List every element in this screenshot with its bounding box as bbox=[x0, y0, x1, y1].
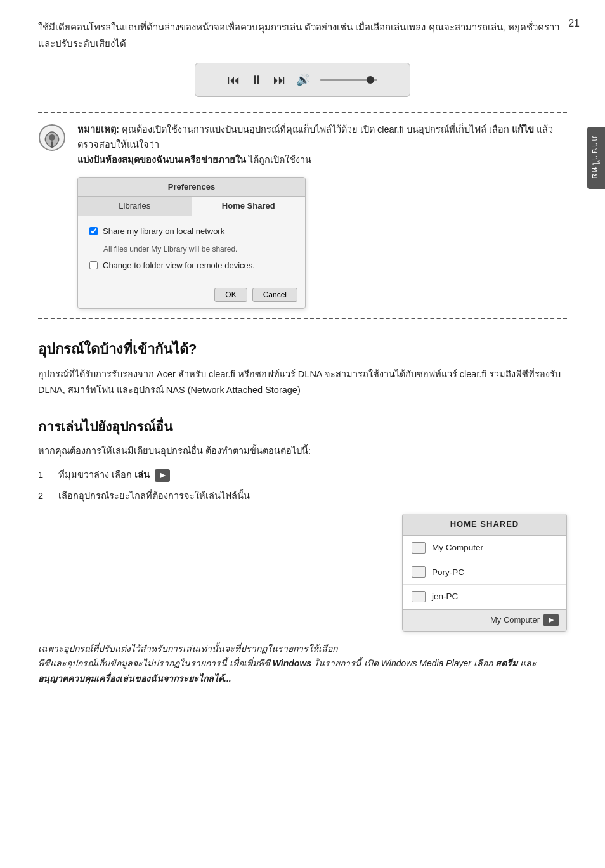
italic-note: เฉพาะอุปกรณ์ที่ปรับแต่งไว้สำหรับการเล่นเ… bbox=[38, 642, 567, 687]
hs-header: HOME SHARED bbox=[403, 514, 566, 536]
page-number: 21 bbox=[568, 15, 580, 32]
tab-libraries[interactable]: Libraries bbox=[78, 197, 192, 216]
ok-button[interactable]: OK bbox=[214, 288, 247, 302]
hs-item-my-computer[interactable]: My Computer bbox=[403, 536, 566, 560]
prev-button[interactable]: ⏮ bbox=[228, 70, 240, 90]
list-num-2: 2 bbox=[38, 489, 49, 503]
hs-item-jen[interactable]: jen-PC bbox=[403, 585, 566, 609]
note-bold1: แก้ไข bbox=[512, 124, 534, 134]
numbered-list: 1 ที่มุมขวาล่าง เลือก เล่น ▶ 2 เลือกอุปก… bbox=[38, 468, 567, 503]
cancel-button[interactable]: Cancel bbox=[252, 288, 297, 302]
list-item: 1 ที่มุมขวาล่าง เลือก เล่น ▶ bbox=[38, 468, 567, 483]
note-text1: คุณต้องเปิดใช้งานการแบ่งปันบนอุปกรณ์ที่ค… bbox=[119, 124, 512, 134]
pref-body: Share my library on local network All fi… bbox=[78, 216, 305, 284]
volume-icon: 🔊 bbox=[296, 71, 310, 89]
side-tab: ภาษาไทย bbox=[587, 127, 605, 189]
hs-item-label: Pory-PC bbox=[432, 566, 464, 580]
note-text3: ได้ถูกเปิดใช้งาน bbox=[246, 155, 311, 165]
hs-item-pory[interactable]: Pory-PC bbox=[403, 560, 566, 585]
home-shared-menu: HOME SHARED My Computer Pory-PC jen-PC M… bbox=[402, 514, 567, 631]
italic-bold1: สตรีม bbox=[495, 658, 517, 668]
italic-line3-mid: และ bbox=[517, 658, 537, 668]
hs-footer-label: My Computer bbox=[490, 614, 540, 627]
section1-para: อุปกรณ์ที่ได้รับการรับรองจาก Acer สำหรับ… bbox=[38, 366, 567, 398]
share-checkbox[interactable] bbox=[89, 227, 98, 235]
share-label: Share my library on local network bbox=[103, 225, 224, 238]
play-inline-icon: ▶ bbox=[155, 469, 170, 482]
pref-title: Preferences bbox=[78, 178, 305, 197]
pref-row-share: Share my library on local network bbox=[89, 225, 294, 238]
section2-para: หากคุณต้องการให้เล่นมีเดียบนอุปกรณ์อื่น … bbox=[38, 443, 567, 459]
intro-text: ใช้มีเดียคอนโทรลในแถบที่ด้านล่างของหน้าจ… bbox=[38, 19, 567, 51]
italic-line2-end: ในรายการนี้ เปิด Windows Media Player เล… bbox=[311, 658, 495, 668]
italic-line2-start: พีซีและอุปกรณ์เก็บข้อมูลจะไม่ปรากฏในรายก… bbox=[38, 658, 273, 668]
pref-footer: OK Cancel bbox=[78, 284, 305, 308]
computer-icon bbox=[412, 542, 426, 554]
list-item-2-text: เลือกอุปกรณ์ระยะไกลที่ต้องการจะให้เล่นไฟ… bbox=[58, 489, 250, 503]
next-button[interactable]: ⏭ bbox=[273, 70, 286, 90]
list-num-1: 1 bbox=[38, 468, 49, 483]
hs-footer: My Computer ▶ bbox=[403, 609, 566, 631]
list-item-1-text: ที่มุมขวาล่าง เลือก เล่น ▶ bbox=[58, 468, 170, 483]
hs-item-label: My Computer bbox=[432, 541, 483, 555]
list-item-1-bold: เล่น bbox=[134, 470, 150, 480]
share-sub: All files under My Library will be share… bbox=[103, 243, 294, 256]
italic-line1: เฉพาะอุปกรณ์ที่ปรับแต่งไว้สำหรับการเล่นเ… bbox=[38, 644, 337, 654]
media-control-bar: ⏮ ⏸ ⏭ 🔊 bbox=[195, 63, 410, 97]
hs-play-icon[interactable]: ▶ bbox=[543, 614, 559, 626]
computer-icon bbox=[412, 566, 426, 578]
pause-button[interactable]: ⏸ bbox=[250, 70, 263, 90]
preferences-dialog: Preferences Libraries Home Shared Share … bbox=[77, 177, 306, 309]
note-section: หมายเหตุ: คุณต้องเปิดใช้งานการแบ่งปันบนอ… bbox=[38, 112, 567, 319]
pref-tabs: Libraries Home Shared bbox=[78, 197, 305, 217]
note-bold2: แบ่งปันห้องสมุดของฉันบนเครือข่ายภายใน bbox=[77, 155, 246, 165]
volume-slider-thumb bbox=[367, 76, 374, 84]
svg-point-1 bbox=[49, 134, 55, 141]
computer-icon bbox=[412, 591, 426, 602]
folder-checkbox[interactable] bbox=[89, 261, 98, 269]
pref-row-folder: Change to folder view for remote devices… bbox=[89, 259, 294, 273]
italic-bold2: อนุญาตควบคุมเครื่องเล่นของฉันจากระยะไกลไ… bbox=[38, 673, 231, 683]
note-content: หมายเหตุ: คุณต้องเปิดใช้งานการแบ่งปันบนอ… bbox=[77, 122, 567, 309]
note-icon bbox=[38, 124, 66, 152]
list-item: 2 เลือกอุปกรณ์ระยะไกลที่ต้องการจะให้เล่น… bbox=[38, 489, 567, 503]
folder-label: Change to folder view for remote devices… bbox=[103, 259, 255, 273]
volume-slider[interactable] bbox=[320, 79, 377, 81]
hs-item-label: jen-PC bbox=[432, 590, 458, 604]
tab-home-shared[interactable]: Home Shared bbox=[192, 197, 306, 216]
note-label: หมายเหตุ: bbox=[77, 124, 119, 134]
section2-heading: การเล่นไปยังอุปกรณ์อื่น bbox=[38, 416, 567, 437]
italic-windows: Windows bbox=[273, 658, 311, 668]
section1-heading: อุปกรณ์ใดบ้างที่เข้ากันได้? bbox=[38, 338, 567, 360]
